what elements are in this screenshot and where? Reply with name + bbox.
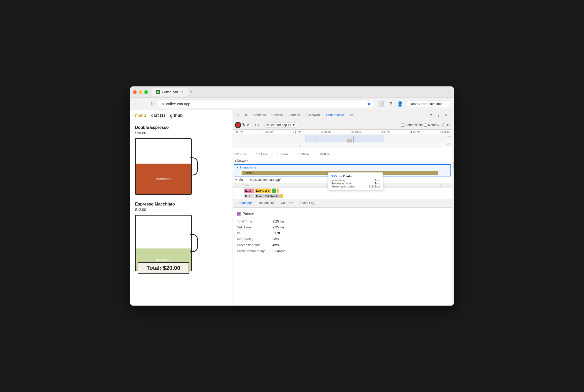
- save-profile-button[interactable]: ↓: [258, 123, 259, 127]
- flame-bar-event-label: Event: click: [256, 189, 270, 192]
- flame-bar-event-click[interactable]: Event: click: [255, 189, 271, 193]
- forward-button[interactable]: →: [141, 101, 147, 107]
- flame-bar-func-label: Func...Call Run M: [256, 195, 279, 198]
- bookmark-icon[interactable]: ★: [367, 101, 371, 106]
- screenshots-checkbox[interactable]: [401, 123, 404, 127]
- site-nav: menu cart (1) github: [130, 110, 233, 121]
- mug-label-2: espresso: [156, 257, 171, 262]
- flame-bar-yellow2[interactable]: [277, 189, 279, 193]
- summary-input-key: Input delay: [237, 237, 270, 241]
- flame-bar-ep[interactable]: E...p: [244, 189, 254, 193]
- browser-more-button[interactable]: ⌄: [448, 90, 451, 94]
- flame-area[interactable]: ▶ Network ▼ Interactions Pointer: [233, 158, 452, 199]
- tab-summary[interactable]: Summary: [235, 199, 255, 207]
- new-chrome-label: New Chrome available: [410, 102, 444, 106]
- interactions-label: Interactions: [240, 166, 256, 169]
- main-expand[interactable]: ▼: [235, 179, 237, 181]
- mug-container-1[interactable]: espresso: [135, 138, 192, 195]
- mug-container-2[interactable]: espresso Total: $20.00: [135, 215, 192, 271]
- tab-performance[interactable]: Performance: [324, 112, 347, 118]
- new-chrome-badge[interactable]: New Chrome available ⋮: [406, 101, 451, 107]
- flame-bars: E...p Event: click: [244, 189, 279, 193]
- url-bar[interactable]: ⊕ coffee-cart.app ★: [157, 100, 375, 108]
- flame-bar-green[interactable]: [272, 189, 276, 193]
- security-icon: ⊕: [161, 102, 164, 106]
- record-button[interactable]: [235, 122, 241, 128]
- tab-network[interactable]: ⚠ Network: [303, 112, 323, 118]
- fullscreen-traffic-light[interactable]: [144, 90, 148, 94]
- address-bar: ← → ↻ ⊕ coffee-cart.app ★ ⬜ ⚗ 👤 New Chro…: [130, 98, 454, 110]
- reload-record-button[interactable]: ↻: [242, 122, 245, 127]
- device-toggle-button[interactable]: ⧉: [243, 112, 250, 119]
- zoom-mark-1312: 1312 ms: [235, 153, 246, 156]
- performance-settings-button[interactable]: ⚙: [447, 123, 450, 127]
- summary-content: Pointer Total Time 9.25 ms Self Time 9.2…: [233, 208, 452, 306]
- coffee-mug-1: espresso: [135, 138, 192, 195]
- summary-input-delay: Input delay 2ms: [237, 237, 448, 241]
- devtools-main: ⬚ ⧉ Elements Console Sources ⚠ Network: [233, 110, 452, 306]
- interactions-expand[interactable]: ▼: [236, 166, 239, 169]
- tab-more[interactable]: >>: [347, 112, 356, 118]
- tab-event-log[interactable]: Event Log: [297, 199, 318, 207]
- memory-checkbox[interactable]: [424, 123, 427, 127]
- url-text: coffee-cart.app: [166, 102, 365, 106]
- summary-tabs: Summary Bottom-Up Call Tree Event Log: [233, 199, 452, 208]
- performance-tooltip: 9.25 ms Pointer Input delay 2ms Processi…: [328, 172, 383, 190]
- task-column-label: Task: [243, 184, 249, 187]
- target-selector[interactable]: coffee-cart.app #1 ▼: [264, 122, 297, 128]
- devtools-icon[interactable]: ⚗: [387, 100, 394, 108]
- close-traffic-light[interactable]: [133, 90, 137, 94]
- net-label: NET: [446, 143, 451, 146]
- clear-button[interactable]: ⊘: [246, 123, 250, 127]
- product-item-espresso-macchiato: Espresso Macchiato $12.00 espresso Total…: [135, 202, 227, 272]
- timeline-net: NET: [233, 142, 452, 148]
- inspect-element-button[interactable]: ⬚: [235, 112, 242, 119]
- mug-label-1: espresso: [156, 177, 171, 181]
- product-price-1: $20.00: [135, 131, 227, 135]
- active-tab[interactable]: ☕ Coffee cart ✕: [152, 88, 188, 96]
- tab-sources[interactable]: Sources: [286, 112, 302, 118]
- summary-self-val: 9.25 ms: [272, 225, 284, 229]
- nav-menu[interactable]: menu: [135, 113, 146, 118]
- mark-2500: 2500 ms: [351, 131, 361, 133]
- summary-title-text: Pointer: [243, 212, 254, 216]
- devtools-scrollbar[interactable]: [452, 110, 454, 306]
- load-profile-button[interactable]: ↑: [255, 123, 256, 127]
- flame-bar-func[interactable]: Func...Call Run M: [255, 194, 280, 198]
- reload-button[interactable]: ↻: [149, 100, 155, 107]
- devtools-menu-button[interactable]: ⋮: [435, 112, 442, 119]
- devtools-settings-button[interactable]: ⚙: [427, 112, 435, 119]
- summary-id-val: 5178: [272, 231, 280, 235]
- pointer-color-swatch: [237, 212, 241, 216]
- tab-elements[interactable]: Elements: [250, 112, 268, 118]
- summary-total-val: 9.25 ms: [272, 219, 284, 223]
- summary-processing-time: Processing time 4ms: [237, 243, 448, 247]
- capture-settings-icon[interactable]: ⊞: [442, 122, 446, 127]
- flame-bar-yellow3[interactable]: [280, 194, 283, 198]
- profile-icon[interactable]: 👤: [396, 100, 404, 108]
- tooltip-presentation-delay: Presentation delay 3.246ms: [331, 185, 380, 188]
- mark-4000: 4000 ms: [440, 131, 450, 133]
- tab-call-tree[interactable]: Call Tree: [277, 199, 297, 207]
- tooltip-type: Pointer: [343, 175, 352, 178]
- extensions-icon[interactable]: ⬜: [377, 100, 385, 108]
- tooltip-input-delay-label: Input delay: [331, 179, 365, 182]
- right-panel: ⬚ ⧉ Elements Console Sources ⚠ Network: [233, 110, 454, 306]
- tab-console[interactable]: Console: [269, 112, 285, 118]
- timeline-area[interactable]: 500 ms 1000 ms 1 ||| ms 2000 ms 2500 ms …: [233, 130, 452, 150]
- new-tab-button[interactable]: +: [188, 88, 195, 96]
- screenshots-checkbox-group: Screenshots: [401, 123, 423, 127]
- nav-github[interactable]: github: [170, 113, 183, 118]
- tab-bottom-up[interactable]: Bottom-Up: [255, 199, 277, 207]
- minimize-traffic-light[interactable]: [139, 90, 142, 94]
- tab-title: Coffee cart: [162, 90, 178, 94]
- summary-id: ID 5178: [237, 231, 448, 235]
- nav-cart[interactable]: cart (1): [151, 113, 165, 118]
- tab-close-button[interactable]: ✕: [180, 90, 184, 94]
- summary-title-row: Pointer: [237, 212, 448, 216]
- network-expand[interactable]: ▶: [235, 159, 237, 162]
- flame-bar-fl[interactable]: F...l: [244, 194, 254, 198]
- site-content: Double Espresso $20.00 espresso Espresso…: [130, 121, 233, 302]
- back-button[interactable]: ←: [133, 101, 139, 107]
- devtools-close-button[interactable]: ✕: [443, 112, 450, 119]
